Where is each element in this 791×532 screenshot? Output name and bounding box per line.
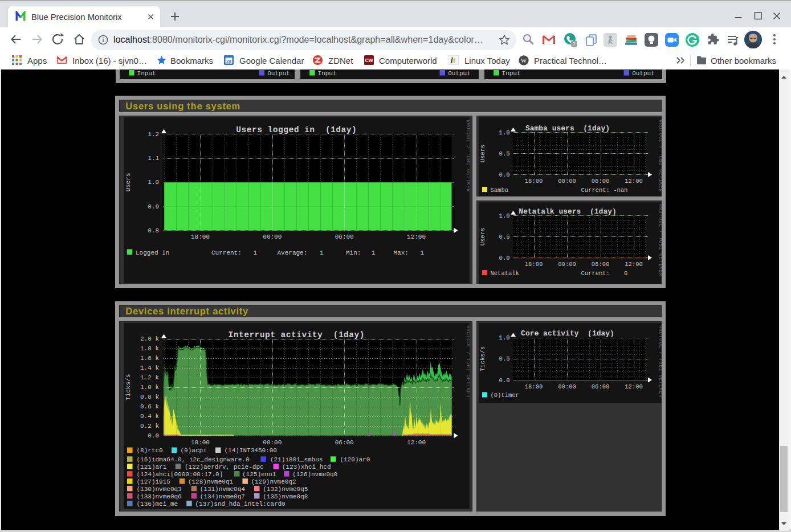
svg-text:1.0: 1.0 bbox=[148, 179, 159, 186]
svg-text:18:00: 18:00 bbox=[191, 439, 210, 445]
svg-text:Output: Output bbox=[632, 70, 655, 77]
svg-text:Core activity (1day): Core activity (1day) bbox=[521, 329, 614, 338]
svg-text:Min:: Min: bbox=[346, 249, 361, 256]
svg-text:1.0: 1.0 bbox=[499, 212, 509, 219]
svg-text:00:00: 00:00 bbox=[558, 178, 576, 185]
svg-text:(0)timer: (0)timer bbox=[490, 392, 519, 399]
svg-text:Users: Users bbox=[479, 227, 486, 245]
svg-text:(137)snd_hda_intel:card0: (137)snd_hda_intel:card0 bbox=[195, 500, 285, 507]
svg-text:RRDTOOL / TOBI OETIKER: RRDTOOL / TOBI OETIKER bbox=[465, 120, 470, 192]
svg-text:RRDTOOL / TOBI OETIKER: RRDTOOL / TOBI OETIKER bbox=[465, 325, 470, 398]
svg-text:(127)i915: (127)i915 bbox=[137, 478, 170, 485]
svg-text:06:00: 06:00 bbox=[591, 383, 609, 390]
svg-text:(8)rtc0: (8)rtc0 bbox=[137, 447, 163, 454]
svg-text:18:00: 18:00 bbox=[524, 383, 543, 390]
svg-text:Ticks/s: Ticks/s bbox=[125, 374, 132, 400]
svg-text:0.0: 0.0 bbox=[499, 255, 509, 261]
svg-text:0.6 k: 0.6 k bbox=[140, 403, 159, 410]
svg-text:(123)xhci_hcd: (123)xhci_hcd bbox=[282, 463, 331, 470]
svg-text:1.0: 1.0 bbox=[499, 129, 509, 136]
svg-text:1.8 k: 1.8 k bbox=[140, 345, 159, 352]
svg-text:Users: Users bbox=[125, 173, 132, 191]
svg-text:(131)nvme0q4: (131)nvme0q4 bbox=[200, 485, 246, 492]
svg-text:0.0: 0.0 bbox=[499, 377, 509, 383]
svg-text:RRDTOOL / TOBI OETIKER: RRDTOOL / TOBI OETIKER bbox=[657, 325, 662, 398]
svg-text:12:00: 12:00 bbox=[625, 261, 643, 268]
svg-text:Output: Output bbox=[267, 70, 290, 77]
svg-text:W: W bbox=[521, 57, 527, 64]
svg-text:0.8: 0.8 bbox=[148, 227, 159, 234]
svg-text:(16)idma64.0, i2c_designware.0: (16)idma64.0, i2c_designware.0 bbox=[137, 456, 250, 463]
svg-text:0.5: 0.5 bbox=[499, 150, 509, 157]
svg-text:18:00: 18:00 bbox=[524, 178, 543, 185]
svg-text:0.5: 0.5 bbox=[499, 355, 509, 362]
svg-text:(126)nvme0q0: (126)nvme0q0 bbox=[292, 470, 337, 477]
svg-text:18:00: 18:00 bbox=[524, 261, 543, 268]
svg-text:Input: Input bbox=[318, 70, 337, 77]
svg-text:RRDTOOL / TOBI OETIKER: RRDTOOL / TOBI OETIKER bbox=[657, 120, 662, 192]
svg-text:Ticks/s: Ticks/s bbox=[479, 346, 486, 371]
svg-text:12:00: 12:00 bbox=[407, 439, 426, 445]
svg-text:00:00: 00:00 bbox=[263, 439, 282, 445]
svg-text:Current:: Current: bbox=[211, 249, 242, 256]
svg-text:0.0: 0.0 bbox=[148, 432, 159, 439]
svg-text:18:00: 18:00 bbox=[191, 234, 210, 240]
svg-text:(130)nvme0q3: (130)nvme0q3 bbox=[137, 485, 182, 492]
svg-text:1: 1 bbox=[421, 249, 425, 256]
svg-text:(135)nvme0q8: (135)nvme0q8 bbox=[263, 493, 308, 500]
svg-text:(133)nvme0q6: (133)nvme0q6 bbox=[137, 493, 182, 500]
svg-text:2.0 k: 2.0 k bbox=[140, 335, 159, 342]
svg-text:Current: -nan: Current: -nan bbox=[581, 186, 627, 193]
svg-text:(9)acpi: (9)acpi bbox=[181, 447, 207, 454]
svg-text:l: l bbox=[451, 56, 453, 64]
svg-text:12:00: 12:00 bbox=[407, 234, 426, 240]
svg-text:Interrupt activity (1day): Interrupt activity (1day) bbox=[229, 330, 365, 339]
svg-text:Users logged in (1day): Users logged in (1day) bbox=[236, 125, 357, 134]
svg-text:00:00: 00:00 bbox=[558, 261, 576, 268]
svg-text:(132)nvme0q5: (132)nvme0q5 bbox=[263, 485, 308, 492]
svg-text:Max:: Max: bbox=[394, 249, 409, 256]
svg-text:RRDTOOL / TOBI OETIKER: RRDTOOL / TOBI OETIKER bbox=[657, 204, 662, 276]
svg-text:(124)ahci[0000:00:17.0]: (124)ahci[0000:00:17.0] bbox=[137, 470, 223, 477]
svg-text:1: 1 bbox=[320, 249, 324, 256]
svg-text:1.0: 1.0 bbox=[499, 334, 509, 341]
svg-text:1.6 k: 1.6 k bbox=[140, 355, 159, 362]
svg-text:Input: Input bbox=[137, 70, 156, 77]
svg-text:0.0: 0.0 bbox=[499, 171, 509, 178]
svg-text:Samba users (1day): Samba users (1day) bbox=[525, 124, 609, 132]
svg-text:Netatalk: Netatalk bbox=[490, 269, 519, 276]
svg-text:0.4 k: 0.4 k bbox=[140, 413, 159, 420]
svg-text:(134)nvme0q7: (134)nvme0q7 bbox=[200, 493, 245, 500]
svg-text:0.9: 0.9 bbox=[148, 203, 159, 210]
svg-text:Current: 0: Current: 0 bbox=[581, 269, 627, 276]
svg-text:28: 28 bbox=[226, 59, 231, 64]
svg-text:(128)nvme0q1: (128)nvme0q1 bbox=[188, 478, 234, 485]
svg-text:(122)aerdrv, pcie-dpc: (122)aerdrv, pcie-dpc bbox=[185, 463, 264, 470]
svg-text:0.2 k: 0.2 k bbox=[140, 423, 159, 429]
svg-text:(136)mei_me: (136)mei_me bbox=[137, 500, 178, 507]
svg-text:06:00: 06:00 bbox=[335, 439, 354, 445]
svg-text:1.1: 1.1 bbox=[148, 155, 159, 162]
svg-text:0.8 k: 0.8 k bbox=[140, 394, 159, 400]
svg-text:1: 1 bbox=[372, 249, 376, 256]
svg-text:(121)ar1: (121)ar1 bbox=[137, 463, 167, 470]
svg-text:Users: Users bbox=[479, 144, 486, 162]
svg-text:Logged In: Logged In bbox=[136, 249, 169, 256]
svg-text:?: ? bbox=[573, 41, 576, 47]
svg-text:12:00: 12:00 bbox=[625, 178, 643, 185]
svg-text:Average:: Average: bbox=[278, 249, 308, 256]
svg-text:0.5: 0.5 bbox=[499, 233, 509, 240]
svg-text:Netatalk users (1day): Netatalk users (1day) bbox=[519, 207, 617, 215]
svg-text:1.4 k: 1.4 k bbox=[140, 365, 159, 371]
svg-text:06:00: 06:00 bbox=[591, 261, 609, 268]
svg-text:t: t bbox=[454, 56, 456, 64]
svg-text:Output: Output bbox=[448, 70, 471, 77]
svg-text:1.2: 1.2 bbox=[148, 131, 159, 138]
svg-text:Samba: Samba bbox=[490, 186, 508, 193]
svg-text:1.2 k: 1.2 k bbox=[140, 374, 159, 381]
svg-text:00:00: 00:00 bbox=[263, 234, 282, 240]
svg-text:(120)ar0: (120)ar0 bbox=[340, 456, 370, 463]
svg-text:12:00: 12:00 bbox=[625, 383, 643, 390]
svg-text:00:00: 00:00 bbox=[558, 383, 576, 390]
svg-text:Input: Input bbox=[502, 70, 521, 77]
